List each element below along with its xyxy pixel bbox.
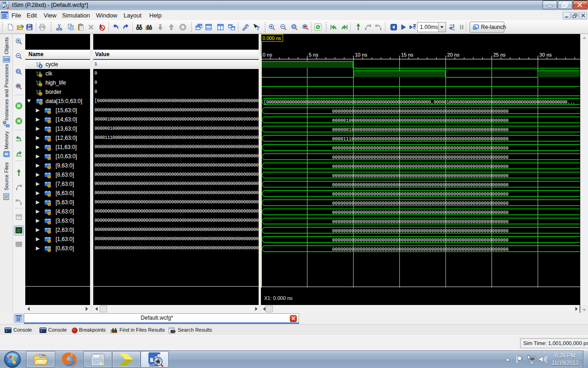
svg-text:000000000000000000000000000000: 0000000000000000000000000000000000000000… — [332, 229, 509, 234]
svg-text:0.000 ns: 0.000 ns — [263, 35, 281, 41]
svg-text:000000000000000000000000000000: 0000000000000000000000000000000000000000… — [332, 183, 509, 188]
svg-text:000001000000000000000000000000: 0000010000000000000000000000000000000000… — [332, 118, 509, 123]
svg-text:0 ns: 0 ns — [263, 52, 272, 58]
svg-text:5 ns: 5 ns — [309, 52, 318, 58]
svg-text:10 ns: 10 ns — [355, 52, 368, 58]
svg-text:000000000000000000000000000000: 0000000000000000000000000000000000000000… — [332, 201, 509, 206]
svg-text:[00000000000000000000000000000: [000000000000000000000000000000000000000… — [264, 100, 575, 105]
svg-text:000000000000000000000000000000: 0000000000000000000000000000000000000000… — [332, 173, 509, 178]
svg-text:000000000000000000000000000000: 0000000000000000000000000000000000000000… — [332, 219, 509, 224]
svg-text:000000000000000000000000000000: 0000000000000000000000000000000000000000… — [332, 238, 509, 243]
svg-text:000011100000000000000000000000: 0000111000000000000000000000000000000000… — [332, 137, 509, 142]
svg-text:000000000000000000000000000000: 0000000000000000000000000000000000000000… — [332, 146, 509, 151]
svg-text:?: ? — [256, 25, 260, 31]
svg-text:000000000000000000000000000000: 0000000000000000000000000000000000000000… — [332, 192, 509, 197]
svg-text:20 ns: 20 ns — [447, 52, 459, 58]
svg-text:000000000000000000000000000000: 0000000000000000000000000000000000000000… — [332, 247, 509, 252]
svg-text:000000100000000000000000000000: 0000001000000000000000000000000000000000… — [332, 127, 509, 132]
svg-text:000000000000000000000000000000: 0000000000000000000000000000000000000000… — [332, 210, 509, 215]
svg-text:ISim: ISim — [149, 363, 158, 368]
svg-text:25 ns: 25 ns — [493, 52, 506, 58]
svg-text:000000000000000000000000000000: 0000000000000000000000000000000000000000… — [332, 109, 509, 114]
svg-text:000000000000000000000000000000: 0000000000000000000000000000000000000000… — [332, 155, 509, 160]
svg-text:30 ns: 30 ns — [539, 52, 552, 58]
svg-text:X1: 0.000 ns: X1: 0.000 ns — [264, 295, 293, 301]
svg-text:000000000000000000000000000000: 0000000000000000000000000000000000000000… — [332, 164, 509, 169]
svg-text:15 ns: 15 ns — [401, 52, 413, 58]
